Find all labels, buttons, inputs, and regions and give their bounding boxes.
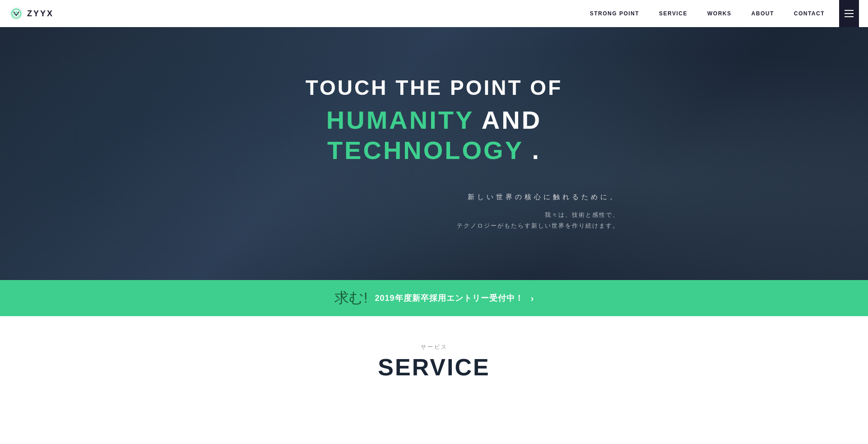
hero-dot: .	[532, 136, 541, 164]
logo-area[interactable]: ZYYX	[9, 6, 54, 21]
hero-tagline-line2: HUMANITY AND TECHNOLOGY .	[249, 105, 619, 165]
hero-desc-line1: 我々は、技術と感性で、 テクノロジーがもたらす新しい世界を作り続けます。	[249, 210, 619, 232]
hero-subtitle: 新しい世界の核心に触れるために。	[249, 193, 619, 201]
nav-item-strong-point[interactable]: STRONG POINT	[580, 0, 649, 27]
hero-section: TOUCH THE POINT OF HUMANITY AND TECHNOLO…	[0, 27, 868, 280]
hero-sub: 新しい世界の核心に触れるために。 我々は、技術と感性で、 テクノロジーがもたらす…	[249, 193, 619, 232]
service-label: サービス	[9, 343, 859, 351]
logo-icon	[9, 6, 23, 21]
recruitment-text: 2019年度新卒採用エントリー受付中！	[375, 293, 524, 304]
nav-item-contact[interactable]: CONTACT	[784, 0, 835, 27]
nav-item-about[interactable]: ABOUT	[742, 0, 784, 27]
hero-tagline-line1: TOUCH THE POINT OF	[249, 75, 619, 100]
hero-content: TOUCH THE POINT OF HUMANITY AND TECHNOLO…	[231, 75, 637, 232]
nav-item-service[interactable]: SERVICE	[649, 0, 697, 27]
hamburger-menu-button[interactable]	[839, 0, 859, 27]
hero-technology-text: TECHNOLOGY	[327, 136, 523, 164]
hero-and-text: AND	[482, 106, 542, 134]
nav-item-works[interactable]: WORKS	[697, 0, 742, 27]
header: ZYYX STRONG POINT SERVICE WORKS ABOUT CO…	[0, 0, 868, 27]
service-title: SERVICE	[9, 354, 859, 381]
hamburger-icon	[845, 10, 854, 17]
recruitment-icon: 求む!	[334, 288, 368, 308]
main-nav: STRONG POINT SERVICE WORKS ABOUT CONTACT	[580, 0, 859, 27]
recruitment-banner[interactable]: 求む! 2019年度新卒採用エントリー受付中！ ›	[0, 280, 868, 316]
banner-arrow-icon: ›	[531, 293, 534, 304]
hero-humanity-text: HUMANITY	[326, 106, 474, 134]
service-section: サービス SERVICE	[0, 316, 868, 390]
logo-text: ZYYX	[27, 9, 54, 19]
